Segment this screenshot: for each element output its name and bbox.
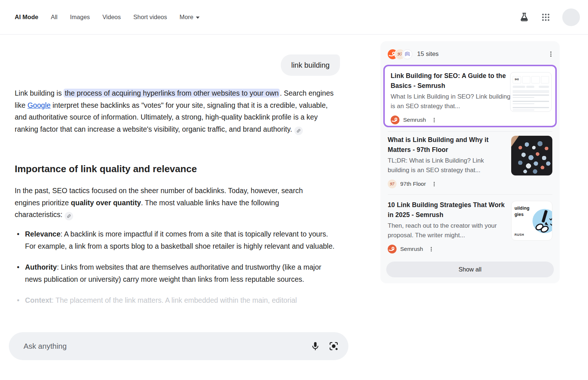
user-query-text: link building	[291, 61, 330, 70]
citation-link-icon[interactable]	[65, 212, 73, 220]
card-description: TL;DR: What is Link Building? Link build…	[388, 156, 506, 175]
microphone-icon[interactable]	[310, 341, 320, 351]
bullet-text: : Links from websites that are themselve…	[25, 263, 321, 283]
divider	[388, 194, 552, 195]
tab-videos[interactable]: Videos	[103, 14, 121, 21]
intro-highlighted-phrase: the process of acquiring hyperlinks from…	[64, 89, 280, 97]
thumb-text-fragment: RUSH	[514, 233, 524, 237]
divider	[388, 131, 552, 132]
top-navigation: AI Mode All Images Videos Short videos M…	[0, 0, 588, 35]
card-source-row: Semrush	[388, 245, 552, 253]
list-item-relevance: Relevance: A backlink is more impactful …	[15, 228, 340, 252]
bullet-term: Context	[25, 296, 52, 304]
card-title: What is Link Building and Why it Matters…	[388, 135, 506, 155]
characteristics-list: Relevance: A backlink is more impactful …	[15, 228, 340, 316]
semrush-favicon-icon	[391, 116, 399, 124]
list-item-context: Context: The placement of the link matte…	[15, 294, 340, 306]
ask-anything-bar	[9, 332, 348, 360]
panel-more-options-icon[interactable]	[547, 50, 555, 58]
thumb-stat-value: 843	[513, 76, 521, 84]
bullet-term: Authority	[25, 263, 57, 271]
sources-panel-header: 97 15 sites	[388, 49, 555, 60]
card-thumbnail-illustration: uilding gies RUSH	[511, 201, 552, 241]
card-source-row: 97 97th Floor	[388, 180, 552, 188]
search-tabs: AI Mode All Images Videos Short videos M…	[15, 14, 200, 21]
sources-panel: 97 15 sites Link Building for SEO: A Gui…	[380, 41, 560, 283]
97th-floor-favicon-icon: 97	[388, 180, 397, 188]
citation-link-icon[interactable]	[294, 127, 303, 135]
thumb-text-fragment: uilding	[514, 206, 530, 211]
intro-pre: Link building is	[15, 89, 64, 97]
show-all-button[interactable]: Show all	[386, 262, 554, 277]
tab-all[interactable]: All	[51, 14, 57, 21]
source-card-semrush-guide[interactable]: Link Building for SEO: A Guide to the Ba…	[383, 65, 557, 127]
card-thumbnail-puzzle-photo	[511, 136, 552, 175]
user-query-chip[interactable]: link building	[281, 54, 340, 76]
thumb-text-fragment: gies	[514, 212, 524, 217]
ai-answer-paragraph-2: In the past, SEO tactics focused on the …	[15, 185, 323, 221]
ai-answer-intro: Link building is the process of acquirin…	[15, 87, 339, 135]
intro-rest: interpret these backlinks as "votes" for…	[15, 101, 328, 133]
section-heading: Importance of link quality and relevance	[15, 163, 197, 175]
tab-more-dropdown[interactable]: More	[180, 14, 200, 21]
bullet-text: : A backlink is more impactful if it com…	[25, 230, 334, 250]
card-description: What Is Link Building in SEO? Link build…	[391, 92, 512, 111]
ai-mode-results-page: AI Mode All Images Videos Short videos M…	[0, 0, 588, 380]
list-item-authority: Authority: Links from websites that are …	[15, 261, 340, 285]
lens-camera-icon[interactable]	[329, 341, 339, 351]
card-more-options-icon[interactable]	[431, 181, 437, 187]
header-actions	[519, 8, 580, 26]
source-card-semrush-strategies[interactable]: 10 Link Building Strategies That Work in…	[388, 200, 552, 253]
card-description: Then, reach out to the creator with your…	[388, 221, 506, 240]
user-avatar[interactable]	[562, 8, 580, 26]
tab-images[interactable]: Images	[70, 14, 90, 21]
card-source-name: Semrush	[403, 117, 426, 123]
labs-flask-icon[interactable]	[519, 12, 529, 22]
para2-bold-phrase: quality over quantity	[71, 199, 141, 207]
chain-links-illustration	[531, 208, 552, 236]
chevron-down-icon	[196, 17, 200, 19]
favicon-stack: 97	[388, 49, 412, 59]
source-card-97th-floor[interactable]: What is Link Building and Why it Matters…	[388, 135, 552, 188]
ask-anything-input[interactable]	[15, 342, 310, 351]
tab-short-videos[interactable]: Short videos	[133, 14, 167, 21]
sites-count-label: 15 sites	[417, 50, 439, 58]
card-source-name: 97th Floor	[400, 181, 426, 187]
card-title: Link Building for SEO: A Guide to the Ba…	[391, 71, 512, 90]
tab-ai-mode[interactable]: AI Mode	[15, 14, 38, 21]
swirl-favicon-icon	[402, 49, 412, 59]
ask-bar-icons	[310, 341, 339, 351]
card-source-row: Semrush	[391, 116, 551, 124]
card-thumbnail-dashboard: 843	[510, 72, 552, 112]
more-label: More	[180, 14, 194, 21]
card-more-options-icon[interactable]	[428, 246, 434, 252]
card-more-options-icon[interactable]	[431, 117, 437, 123]
bullet-term: Relevance	[25, 230, 60, 238]
google-link[interactable]: Google	[28, 101, 51, 109]
card-title: 10 Link Building Strategies That Work in…	[388, 200, 506, 220]
google-apps-grid-icon[interactable]	[541, 13, 551, 22]
semrush-favicon-icon	[388, 245, 397, 253]
card-source-name: Semrush	[400, 246, 423, 252]
bullet-text: : The placement of the link matters. A l…	[52, 296, 297, 304]
